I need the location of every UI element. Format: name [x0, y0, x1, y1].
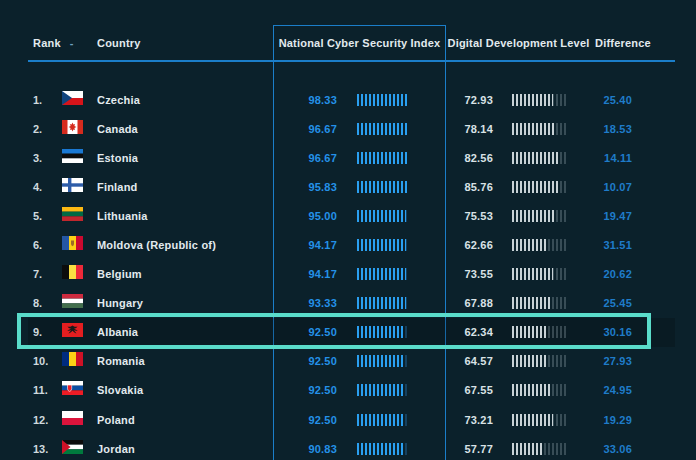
- ncsi-bar-fill: [357, 181, 407, 193]
- country-name: Poland: [97, 414, 273, 426]
- ddl-cell: 67.88: [446, 297, 591, 309]
- fi-flag-icon: [62, 178, 83, 192]
- ddl-value: 75.53: [446, 210, 493, 222]
- table-row[interactable]: 4.Finland95.8385.7610.07: [28, 172, 675, 201]
- header-country[interactable]: Country: [97, 37, 273, 49]
- ddl-bar-fill: [512, 326, 547, 338]
- ncsi-cell: 94.17: [273, 268, 446, 280]
- ncsi-value: 94.17: [273, 268, 337, 280]
- ddl-bar-fill: [512, 384, 550, 396]
- difference-value: 14.11: [591, 152, 675, 164]
- rank-value: 4.: [28, 181, 62, 193]
- ncsi-bar: [357, 297, 409, 309]
- ncsi-cell: 92.50: [273, 326, 446, 338]
- ncsi-cell: 93.33: [273, 297, 446, 309]
- ddl-bar-fill: [512, 210, 554, 222]
- table-row[interactable]: 1.Czechia98.3372.9325.40: [28, 85, 675, 114]
- table-row[interactable]: 12.Poland92.5073.2119.29: [28, 405, 675, 434]
- ncsi-bar-fill: [357, 414, 405, 426]
- header-ddl[interactable]: Digital Development Level: [446, 37, 591, 49]
- table-row[interactable]: 13.Jordan90.8357.7733.06: [28, 434, 675, 460]
- ddl-bar-fill: [512, 123, 556, 135]
- difference-value: 33.06: [591, 443, 675, 455]
- country-name: Finland: [97, 181, 273, 193]
- ca-flag-icon: [62, 120, 83, 134]
- ddl-value: 78.14: [446, 123, 493, 135]
- rank-value: 13.: [28, 443, 62, 455]
- country-name: Estonia: [97, 152, 273, 164]
- sk-flag-icon: [62, 381, 83, 395]
- country-name: Slovakia: [97, 384, 273, 396]
- rank-value: 2.: [28, 123, 62, 135]
- flag-cell: [62, 440, 97, 458]
- ncsi-bar: [357, 326, 409, 338]
- table-row[interactable]: 5.Lithuania95.0075.5319.47: [28, 201, 675, 230]
- ncsi-bar-fill: [357, 152, 407, 164]
- difference-value: 10.07: [591, 181, 675, 193]
- table-body: 1.Czechia98.3372.9325.402.Canada96.6778.…: [28, 85, 675, 460]
- ncsi-value: 92.50: [273, 355, 337, 367]
- ddl-bar-fill: [512, 443, 544, 455]
- ncsi-value: 93.33: [273, 297, 337, 309]
- ro-flag-icon: [62, 352, 83, 366]
- table-row[interactable]: 11.Slovakia92.5067.5524.95: [28, 376, 675, 405]
- table-row[interactable]: 9.Albania92.5062.3430.16: [28, 318, 675, 347]
- table-row[interactable]: 3.Estonia96.6782.5614.11: [28, 143, 675, 172]
- ddl-bar: [512, 181, 568, 193]
- table-row[interactable]: 2.Canada96.6778.1418.53: [28, 114, 675, 143]
- country-name: Jordan: [97, 443, 273, 455]
- ddl-bar: [512, 123, 568, 135]
- ddl-cell: 67.55: [446, 384, 591, 396]
- table-row[interactable]: 10.Romania92.5064.5727.93: [28, 347, 675, 376]
- ddl-bar: [512, 443, 568, 455]
- ddl-cell: 73.55: [446, 268, 591, 280]
- ncsi-value: 96.67: [273, 123, 337, 135]
- country-name: Romania: [97, 355, 273, 367]
- ncsi-ranking-screen: Rank- Country National Cyber Security In…: [0, 0, 696, 460]
- pl-flag-icon: [62, 411, 83, 425]
- table-header: Rank- Country National Cyber Security In…: [28, 33, 675, 53]
- difference-value: 31.51: [591, 239, 675, 251]
- ncsi-bar-fill: [357, 94, 408, 106]
- ncsi-cell: 95.83: [273, 181, 446, 193]
- ddl-bar: [512, 355, 568, 367]
- ncsi-value: 95.00: [273, 210, 337, 222]
- country-name: Czechia: [97, 94, 273, 106]
- header-ncsi[interactable]: National Cyber Security Index: [273, 37, 446, 49]
- ncsi-bar: [357, 268, 409, 280]
- ncsi-bar-fill: [357, 297, 406, 309]
- ncsi-bar-fill: [357, 210, 406, 222]
- ddl-cell: 85.76: [446, 181, 591, 193]
- ncsi-bar-fill: [357, 123, 407, 135]
- header-difference[interactable]: Difference: [591, 37, 675, 49]
- ddl-value: 62.66: [446, 239, 493, 251]
- ncsi-value: 92.50: [273, 326, 337, 338]
- be-flag-icon: [62, 265, 83, 279]
- ncsi-cell: 95.00: [273, 210, 446, 222]
- cz-flag-icon: [62, 91, 83, 105]
- ncsi-value: 94.17: [273, 239, 337, 251]
- ncsi-bar: [357, 355, 409, 367]
- table-row[interactable]: 8.Hungary93.3367.8825.45: [28, 289, 675, 318]
- difference-value: 19.47: [591, 210, 675, 222]
- ddl-cell: 62.66: [446, 239, 591, 251]
- ncsi-bar: [357, 210, 409, 222]
- ddl-bar: [512, 94, 568, 106]
- table-row[interactable]: 7.Belgium94.1773.5520.62: [28, 260, 675, 289]
- header-underline: [28, 60, 675, 62]
- ddl-bar-fill: [512, 181, 560, 193]
- sort-indicator-icon[interactable]: -: [70, 37, 74, 49]
- ncsi-cell: 96.67: [273, 152, 446, 164]
- ddl-bar: [512, 384, 568, 396]
- flag-cell: [62, 207, 97, 225]
- table-row[interactable]: 6.Moldova (Republic of)94.1762.6631.51: [28, 230, 675, 259]
- md-flag-icon: [62, 236, 83, 250]
- ddl-bar-fill: [512, 268, 553, 280]
- ncsi-cell: 96.67: [273, 123, 446, 135]
- rank-value: 1.: [28, 94, 62, 106]
- rank-value: 6.: [28, 239, 62, 251]
- rank-value: 9.: [28, 326, 62, 338]
- ncsi-cell: 94.17: [273, 239, 446, 251]
- flag-cell: [62, 352, 97, 370]
- header-rank[interactable]: Rank-: [28, 37, 62, 49]
